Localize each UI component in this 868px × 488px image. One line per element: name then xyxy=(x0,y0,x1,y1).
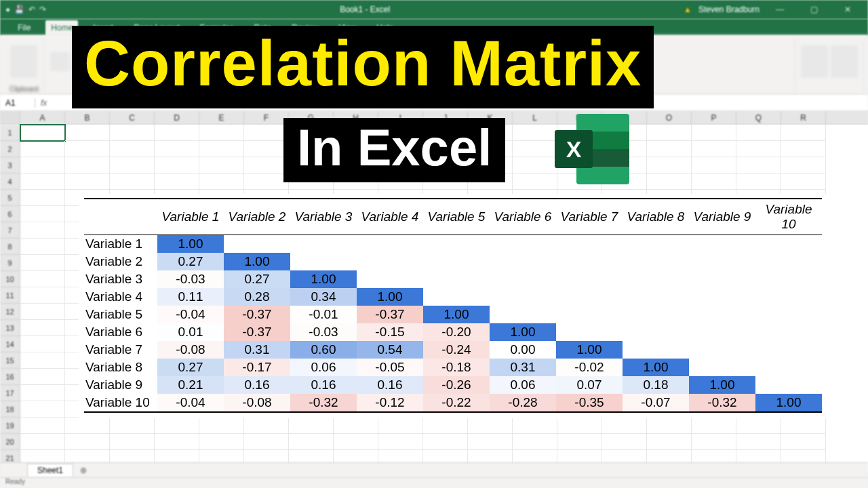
cell[interactable] xyxy=(378,434,423,450)
row-header[interactable]: 17 xyxy=(0,385,20,401)
cell[interactable] xyxy=(647,418,692,434)
cell[interactable] xyxy=(781,434,826,450)
cell[interactable] xyxy=(20,369,65,385)
cell[interactable] xyxy=(244,125,289,141)
paste-button[interactable] xyxy=(10,45,37,78)
undo-icon[interactable]: ↶ xyxy=(28,5,35,14)
cell[interactable] xyxy=(692,125,736,141)
cell[interactable] xyxy=(513,418,557,434)
row-header[interactable]: 6 xyxy=(0,206,20,222)
cell[interactable] xyxy=(65,141,110,157)
cell[interactable] xyxy=(20,206,65,222)
cell[interactable] xyxy=(647,141,692,157)
cell[interactable] xyxy=(20,190,65,206)
cell[interactable] xyxy=(781,125,826,141)
cell[interactable] xyxy=(468,418,513,434)
cell[interactable] xyxy=(244,141,289,157)
row-header[interactable]: 7 xyxy=(0,222,20,239)
cell[interactable] xyxy=(199,157,244,174)
row-header[interactable]: 20 xyxy=(0,434,20,450)
cell[interactable] xyxy=(65,157,110,174)
row-header[interactable]: 3 xyxy=(0,157,20,174)
maximize-button[interactable]: ▢ xyxy=(800,5,827,14)
cell[interactable] xyxy=(110,157,155,174)
cell[interactable] xyxy=(20,271,65,287)
cell[interactable] xyxy=(602,434,647,450)
cell[interactable] xyxy=(289,434,334,450)
row-header[interactable]: 13 xyxy=(0,320,20,336)
cell[interactable] xyxy=(244,434,289,450)
cell[interactable] xyxy=(65,418,110,434)
column-header[interactable]: F xyxy=(244,111,289,124)
fx-icon[interactable]: fx xyxy=(35,98,52,108)
cell[interactable] xyxy=(20,401,65,418)
sort-filter-button[interactable] xyxy=(801,45,828,78)
cell[interactable] xyxy=(20,434,65,450)
row-header[interactable]: 12 xyxy=(0,304,20,320)
cell[interactable] xyxy=(781,174,826,190)
cell[interactable] xyxy=(647,125,692,141)
cell[interactable] xyxy=(736,418,781,434)
cell[interactable] xyxy=(692,141,736,157)
cell[interactable] xyxy=(557,418,602,434)
column-header[interactable]: Q xyxy=(736,111,781,124)
cell[interactable] xyxy=(20,418,65,434)
cell[interactable] xyxy=(20,239,65,255)
cell[interactable] xyxy=(602,418,647,434)
minimize-button[interactable]: — xyxy=(766,5,793,14)
cell[interactable] xyxy=(334,418,378,434)
cell[interactable] xyxy=(20,255,65,271)
cell[interactable] xyxy=(647,174,692,190)
cell[interactable] xyxy=(65,434,110,450)
select-all-corner[interactable] xyxy=(0,111,20,124)
cell[interactable] xyxy=(736,141,781,157)
cell[interactable] xyxy=(736,434,781,450)
cell[interactable] xyxy=(513,125,557,141)
cell[interactable] xyxy=(20,352,65,369)
row-header[interactable]: 4 xyxy=(0,174,20,190)
save-icon[interactable]: 💾 xyxy=(14,5,24,14)
row-header[interactable]: 11 xyxy=(0,287,20,304)
cell[interactable] xyxy=(199,141,244,157)
cell[interactable] xyxy=(692,418,736,434)
row-header[interactable]: 8 xyxy=(0,239,20,255)
cell[interactable] xyxy=(647,434,692,450)
cell[interactable] xyxy=(513,434,557,450)
row-header[interactable]: 10 xyxy=(0,271,20,287)
cell[interactable] xyxy=(468,434,513,450)
add-sheet-button[interactable]: ⊕ xyxy=(73,466,87,475)
cell[interactable] xyxy=(65,174,110,190)
cell[interactable] xyxy=(20,385,65,401)
row-header[interactable]: 15 xyxy=(0,352,20,369)
cell[interactable] xyxy=(692,157,736,174)
column-header[interactable]: L xyxy=(513,111,557,124)
column-header[interactable]: R xyxy=(781,111,826,124)
cell[interactable] xyxy=(513,141,557,157)
cell[interactable] xyxy=(199,174,244,190)
cell[interactable] xyxy=(110,125,155,141)
cell[interactable] xyxy=(736,174,781,190)
row-header[interactable]: 19 xyxy=(0,418,20,434)
cell[interactable] xyxy=(110,141,155,157)
cell[interactable] xyxy=(199,434,244,450)
cell[interactable] xyxy=(781,418,826,434)
cell[interactable] xyxy=(378,418,423,434)
cell[interactable] xyxy=(155,125,199,141)
cell[interactable] xyxy=(334,434,378,450)
cell[interactable] xyxy=(199,125,244,141)
cell[interactable] xyxy=(513,157,557,174)
cell[interactable] xyxy=(692,434,736,450)
row-header[interactable]: 18 xyxy=(0,401,20,418)
column-header[interactable]: C xyxy=(110,111,155,124)
cell[interactable] xyxy=(155,418,199,434)
cell[interactable] xyxy=(736,125,781,141)
redo-icon[interactable]: ↷ xyxy=(39,5,46,14)
column-header[interactable]: O xyxy=(647,111,692,124)
cell[interactable] xyxy=(20,125,65,141)
row-header[interactable]: 16 xyxy=(0,369,20,385)
row-header[interactable]: 1 xyxy=(0,125,20,141)
cell[interactable] xyxy=(155,157,199,174)
column-header[interactable]: D xyxy=(155,111,199,124)
cell[interactable] xyxy=(20,141,65,157)
close-button[interactable]: ✕ xyxy=(834,5,861,14)
